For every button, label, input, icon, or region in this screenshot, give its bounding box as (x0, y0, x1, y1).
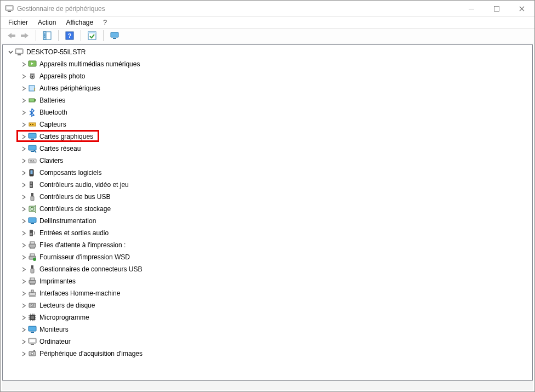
chevron-right-icon[interactable] (20, 157, 27, 164)
svg-point-22 (32, 76, 33, 78)
device-tree[interactable]: DESKTOP-55ILSTR Appareils multimédias nu… (3, 45, 532, 380)
tree-item-label: Lecteurs de disque (39, 302, 95, 309)
close-button[interactable] (509, 1, 534, 17)
help-button[interactable]: ? (63, 30, 76, 42)
svg-rect-49 (31, 223, 34, 224)
menu-file[interactable]: Fichier (4, 18, 32, 27)
svg-rect-77 (33, 350, 35, 351)
tree-item-label: Imprimantes (39, 277, 76, 285)
tree-item-monitor[interactable]: Moniteurs (4, 323, 532, 336)
tree-item-printqueue[interactable]: Files d'attente à l'impression : (4, 239, 532, 251)
tree-item-display[interactable]: Cartes graphiques (4, 130, 532, 143)
monitor-icon (27, 217, 37, 225)
chevron-right-icon[interactable] (20, 85, 27, 92)
chevron-right-icon[interactable] (20, 290, 27, 297)
chevron-right-icon[interactable] (20, 314, 27, 321)
chevron-right-icon[interactable] (20, 242, 27, 248)
chevron-right-icon[interactable] (20, 254, 27, 260)
tree-item-usb[interactable]: Gestionnaires de connecteurs USB (4, 263, 532, 275)
chevron-right-icon[interactable] (20, 218, 27, 224)
tree-item-label: Moniteurs (39, 326, 69, 333)
tree-item-firmware[interactable]: Microprogramme (4, 311, 532, 323)
svg-rect-16 (16, 50, 22, 53)
computer-icon (14, 48, 24, 56)
svg-rect-14 (113, 38, 116, 39)
chevron-right-icon[interactable] (20, 121, 27, 128)
tree-item-media[interactable]: Appareils multimédias numériques (4, 58, 532, 70)
svg-rect-53 (30, 242, 35, 244)
keyboard-icon (27, 156, 37, 165)
chevron-right-icon[interactable] (20, 73, 27, 79)
menu-action[interactable]: Action (33, 18, 60, 27)
tree-item-battery[interactable]: Batteries (4, 94, 532, 106)
disk-icon (27, 301, 37, 310)
svg-rect-33 (31, 151, 34, 152)
chevron-right-icon[interactable] (20, 181, 27, 188)
maximize-button[interactable] (484, 1, 509, 17)
tree-item-storage[interactable]: Contrôleurs de stockage (4, 203, 532, 215)
menu-view[interactable]: Affichage (61, 18, 98, 27)
tree-item-network[interactable]: Cartes réseau (4, 143, 532, 155)
svg-rect-13 (111, 32, 118, 37)
tree-item-computer[interactable]: Ordinateur (4, 336, 532, 348)
minimize-button[interactable] (459, 1, 484, 17)
svg-rect-56 (30, 254, 35, 256)
chevron-right-icon[interactable] (20, 326, 27, 333)
chevron-right-icon[interactable] (20, 206, 27, 212)
svg-rect-48 (29, 218, 36, 223)
chevron-right-icon[interactable] (20, 278, 27, 285)
chevron-right-icon[interactable] (20, 266, 27, 272)
svg-point-76 (31, 353, 33, 355)
scan-hardware-button[interactable] (86, 30, 99, 42)
tree-item-keyboard[interactable]: Claviers (4, 155, 532, 167)
camera-icon (27, 72, 37, 81)
tree-item-bluetooth[interactable]: Bluetooth (4, 106, 532, 118)
chevron-right-icon[interactable] (20, 145, 27, 152)
tree-item-capture[interactable]: Périphérique d'acquisition d'images (4, 348, 532, 360)
svg-rect-5 (11, 35, 15, 37)
printprov-icon (27, 253, 37, 262)
tree-item-label: Bluetooth (39, 109, 67, 116)
svg-rect-69 (31, 316, 34, 319)
tree-item-camera[interactable]: Appareils photo (4, 70, 532, 82)
svg-rect-58 (31, 265, 33, 269)
chevron-right-icon[interactable] (20, 338, 27, 345)
tree-item-other[interactable]: !Autres périphériques (4, 82, 532, 94)
svg-rect-74 (31, 344, 34, 345)
tree-item-speaker[interactable]: Entrées et sorties audio (4, 227, 532, 239)
tree-item-disk[interactable]: Lecteurs de disque (4, 299, 532, 311)
tree-item-monitor[interactable]: DellInstrumentation (4, 215, 532, 227)
svg-point-57 (33, 258, 36, 261)
chevron-right-icon[interactable] (20, 97, 27, 104)
tree-item-printer[interactable]: Imprimantes (4, 275, 532, 287)
chevron-right-icon[interactable] (20, 133, 27, 140)
tree-item-software[interactable]: Composants logiciels (4, 167, 532, 179)
svg-rect-44 (31, 193, 33, 196)
bluetooth-icon (27, 108, 37, 117)
tree-item-label: Microprogramme (39, 314, 89, 321)
monitor-icon-button[interactable] (108, 30, 121, 42)
monitor-icon (27, 325, 37, 334)
tree-item-hid[interactable]: Interfaces Homme-machine (4, 287, 532, 299)
tree-item-audioctl[interactable]: Contrôleurs audio, vidéo et jeu (4, 179, 532, 191)
svg-rect-73 (30, 339, 35, 342)
chevron-right-icon[interactable] (20, 109, 27, 116)
chevron-right-icon[interactable] (20, 230, 27, 236)
forward-button[interactable] (18, 30, 31, 42)
window-controls (459, 1, 534, 16)
tree-item-sensor[interactable]: Capteurs (4, 118, 532, 130)
chevron-right-icon[interactable] (20, 194, 27, 200)
chevron-right-icon[interactable] (20, 169, 27, 176)
chevron-right-icon[interactable] (20, 302, 27, 309)
chevron-right-icon[interactable] (20, 61, 27, 67)
tree-item-usb[interactable]: Contrôleurs de bus USB (4, 191, 532, 203)
chevron-right-icon[interactable] (20, 350, 27, 357)
tree-root[interactable]: DESKTOP-55ILSTR (4, 46, 532, 58)
svg-rect-36 (31, 160, 32, 161)
menu-help[interactable]: ? (99, 18, 111, 27)
svg-rect-35 (30, 160, 31, 161)
tree-item-printprov[interactable]: Fournisseur d'impression WSD (4, 251, 532, 263)
back-button[interactable] (5, 30, 18, 42)
chevron-down-icon[interactable] (7, 49, 14, 55)
show-hide-tree-button[interactable] (41, 30, 54, 42)
